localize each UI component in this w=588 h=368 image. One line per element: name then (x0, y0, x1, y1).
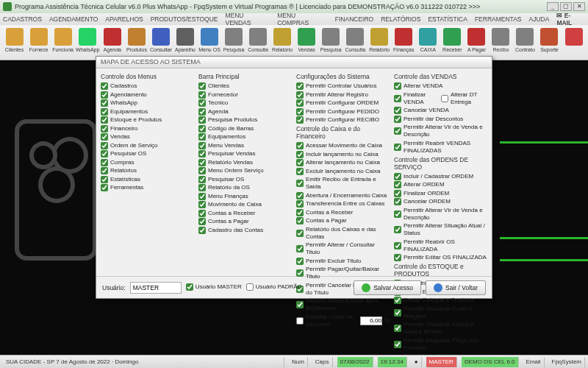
toolbar-button[interactable] (562, 26, 585, 59)
permission-checkbox[interactable]: Pesquisar OS (198, 176, 292, 183)
menu-item[interactable]: ESTATÍSTICA (428, 15, 467, 23)
menu-item[interactable]: FERRAMENTAS (475, 15, 522, 23)
save-button[interactable]: Salvar Acesso (354, 280, 421, 295)
permission-checkbox[interactable]: Transferencia Entre os Caixas (296, 200, 390, 208)
permission-checkbox[interactable]: Cancelar VENDA (394, 107, 487, 114)
permission-checkbox[interactable]: Cadastro das Contas (198, 227, 292, 234)
permission-checkbox[interactable]: Relatório da OS (198, 184, 292, 191)
menu-item[interactable]: AGENDAMENTO (49, 15, 98, 23)
toolbar-button[interactable]: Aparelho (173, 26, 196, 59)
permission-checkbox[interactable]: Excluir lançamento no Caixa (296, 168, 390, 175)
permission-checkbox[interactable]: Menu Vendas (198, 142, 292, 149)
permission-checkbox[interactable]: Agenda (198, 108, 292, 116)
limit-input[interactable] (360, 316, 382, 325)
menu-item[interactable]: PRODUTOS/ESTOQUE (151, 15, 218, 23)
permission-checkbox[interactable]: Tecnico (198, 99, 292, 107)
permission-checkbox[interactable]: Contas a Receber (198, 210, 292, 217)
toolbar-button[interactable]: Vendas (295, 26, 318, 59)
menu-item[interactable]: AJUDA (529, 15, 550, 23)
permission-checkbox[interactable]: Financeiro (101, 125, 194, 132)
permission-checkbox[interactable]: Excluir Estoque e Produtos (394, 297, 487, 304)
toolbar-button[interactable]: Consultar (149, 26, 172, 59)
toolbar-button[interactable]: Agenda (101, 26, 123, 59)
permission-checkbox[interactable]: Alterar DT Entrega (441, 91, 487, 106)
toolbar-button[interactable]: Consulta (344, 26, 367, 59)
permission-checkbox[interactable]: Permitir Alterar Situação Atual / Status (394, 222, 487, 237)
permission-checkbox[interactable]: Permitir Configurar ORDEM (296, 99, 390, 107)
toolbar-button[interactable]: Pesquisa (223, 26, 245, 59)
permission-checkbox[interactable]: Pesquisar OS (101, 150, 194, 158)
permission-checkbox[interactable]: Permitir Alterar Vlr de Venda e Descriçã… (394, 124, 487, 138)
permission-checkbox[interactable]: Permitir Configurar RECIBO (296, 116, 390, 124)
permission-checkbox[interactable]: WhatsApp (101, 99, 194, 107)
permission-checkbox[interactable]: Compras (101, 159, 194, 166)
permission-checkbox[interactable]: Permitir Excluir Titulo (296, 258, 390, 265)
permission-checkbox[interactable]: Finalizar ORDEM (394, 190, 487, 197)
toolbar-button[interactable]: Menu OS (198, 26, 221, 59)
permission-checkbox[interactable]: Contas a Receber (296, 209, 390, 216)
permission-checkbox[interactable]: Permitir Pagar/Quitar/Baixar Titulo (296, 266, 390, 280)
permission-checkbox[interactable]: Contas a Pagar (198, 218, 292, 225)
permission-checkbox[interactable]: Relatórios (101, 167, 194, 174)
toolbar-button[interactable]: Consulta (247, 26, 270, 59)
usuario-input[interactable] (130, 282, 182, 294)
permission-checkbox[interactable]: Permitir Alterar Registro (296, 91, 390, 99)
permission-checkbox[interactable]: Permitir Alterar Vlr de Venda e Descriçã… (394, 207, 487, 222)
permission-checkbox[interactable]: Código de Barras (198, 125, 292, 132)
permission-checkbox[interactable]: Relatório Vendas (198, 159, 292, 166)
permission-checkbox[interactable]: Clientes (198, 82, 292, 90)
menu-item[interactable]: APARELHOS (105, 15, 143, 23)
menu-item[interactable]: CADASTROS (3, 15, 42, 23)
toolbar-button[interactable]: Relatório (368, 26, 391, 59)
permission-checkbox[interactable]: Permitir Reabrir OS FINALIZADA (394, 238, 487, 253)
toolbar-button[interactable]: WhatsApp (76, 26, 99, 59)
permission-checkbox[interactable]: Menu Ordem Serviço (198, 167, 292, 174)
permission-checkbox[interactable]: Alterar VENDA (394, 82, 487, 90)
permission-checkbox[interactable]: Pesquisar Vendas (198, 150, 292, 158)
permission-checkbox[interactable]: Contas a Pagar (296, 217, 390, 224)
permission-checkbox[interactable]: Abertura / Encerramento Caixa (296, 192, 390, 199)
permission-checkbox[interactable]: Permitir Alterar/Excluir após fechamento (296, 297, 390, 312)
email-menu[interactable]: ✉ E-MAIL (556, 12, 585, 26)
toolbar-button[interactable]: Pesquisa (320, 26, 343, 59)
toolbar-button[interactable]: Fornece (27, 26, 50, 59)
permission-checkbox[interactable]: Permitir dar Descontos (394, 116, 487, 123)
toolbar-button[interactable]: Receber (441, 26, 464, 59)
permission-checkbox[interactable]: Permitir Reabrir VENDAS FINALIZADAS (394, 140, 487, 155)
permission-checkbox[interactable]: Incluir lançamento no Caixa (296, 151, 390, 158)
permission-checkbox[interactable]: Incluir / Cadastrar ORDEM (394, 173, 487, 180)
permission-checkbox[interactable]: Estatísticas (101, 176, 194, 183)
permission-checkbox[interactable]: Movimento de Caixa (198, 201, 292, 208)
toolbar-button[interactable]: A Pagar (465, 26, 488, 59)
maximize-button[interactable]: ▢ (560, 2, 572, 11)
permission-checkbox[interactable]: Alterar ORDEM (394, 181, 487, 188)
permission-checkbox[interactable]: Ordem de Serviço (101, 142, 194, 149)
permission-checkbox[interactable]: Emitir Recibo de Entrada e Saida (296, 176, 390, 191)
permission-checkbox[interactable]: Pesquisa Produtos (198, 116, 292, 124)
toolbar-button[interactable]: Produtos (125, 26, 148, 59)
toolbar-button[interactable]: CAIXA (417, 26, 440, 59)
exit-button[interactable]: Sair / Voltar (426, 280, 486, 295)
permission-checkbox[interactable]: Ferramentas (101, 184, 194, 191)
menu-item[interactable]: MENU VENDAS (225, 12, 270, 26)
toolbar-button[interactable]: Contrato (514, 26, 537, 59)
menu-item[interactable]: RELATÓRIOS (381, 15, 420, 23)
toolbar-button[interactable]: Suporte (538, 26, 561, 59)
toolbar-button[interactable]: Relatório (271, 26, 294, 59)
permission-checkbox[interactable]: Permitir Alterar / Consultar Titulo (296, 241, 390, 256)
limit-row[interactable]: Habilitar Limite de Desconto % (296, 314, 390, 328)
minimize-button[interactable]: _ (547, 2, 559, 11)
toolbar-button[interactable]: Clientes (3, 26, 26, 59)
permission-checkbox[interactable]: Cadastros (101, 82, 194, 90)
chk-padrao[interactable]: Usuário PADRÃO (246, 283, 302, 291)
close-button[interactable]: ✕ (573, 2, 585, 11)
permission-checkbox[interactable]: Permitir Editar OS FINALIZADA (394, 254, 487, 261)
permission-checkbox[interactable]: Alterar lançamento no Caixa (296, 159, 390, 166)
chk-master[interactable]: Usuário MASTER (186, 283, 242, 291)
permission-checkbox[interactable]: Menu Finanças (198, 193, 292, 200)
toolbar-button[interactable]: Recibo (490, 26, 512, 59)
permission-checkbox[interactable]: Acessar Movimento de Caixa (296, 142, 390, 149)
menu-item[interactable]: MENU COMPRAS (277, 12, 328, 26)
toolbar-button[interactable]: Funciona (51, 26, 74, 59)
permission-checkbox[interactable]: Agendamento (101, 91, 194, 99)
